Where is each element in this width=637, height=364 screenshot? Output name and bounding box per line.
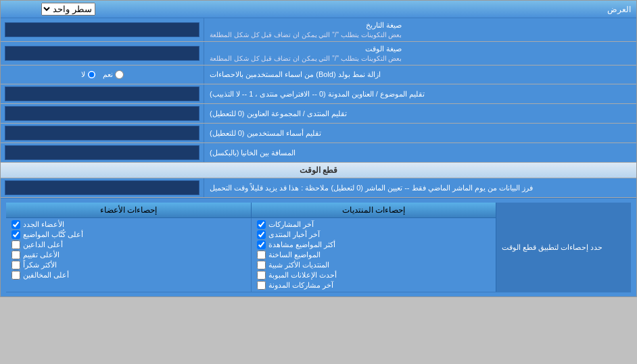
bold-no-radio[interactable] <box>87 70 96 79</box>
user-names-input-cell: 0 <box>1 124 204 142</box>
user-names-input[interactable]: 0 <box>5 126 199 140</box>
display-select[interactable]: سطر واحد <box>41 3 95 16</box>
checkbox-top-violators[interactable] <box>11 271 20 280</box>
checkbox-item: أعلى الداعين <box>11 240 245 249</box>
checkbox-item: الأعلى تقييم <box>11 251 245 259</box>
checkbox-top-rated[interactable] <box>11 251 20 259</box>
checkbox-item: الأكثر شكراً <box>11 261 245 269</box>
checkbox-most-thanked[interactable] <box>11 261 20 269</box>
forum-titles-label: تقليم المنتدى / المجموعة العناوين (0 للت… <box>204 104 636 123</box>
date-format-input[interactable]: d-m <box>5 22 199 37</box>
checkbox-item: المواضيع الساخنة <box>257 251 491 259</box>
bold-remove-radio-cell: نعم لا <box>1 66 204 84</box>
forum-titles-input-cell: 33 <box>1 104 204 123</box>
col2-checkboxes: الأعضاء الجدد أعلى كُتَّاب المواضيع أعلى… <box>6 218 251 292</box>
gap-between-input-cell: 2 <box>1 143 204 162</box>
checkbox-latest-ads[interactable] <box>257 271 266 280</box>
checkbox-blog-posts[interactable] <box>257 281 266 290</box>
cutoff-section-header: قطع الوقت <box>1 163 636 178</box>
checkbox-item: أعلى كُتَّاب المواضيع <box>11 230 245 239</box>
checkbox-top-inviters[interactable] <box>11 240 20 249</box>
checkbox-item: آخر مشاركات المدونة <box>257 281 491 290</box>
checkbox-top-posters[interactable] <box>11 230 20 239</box>
gap-between-label: المسافة بين الخانيا (بالبكسل) <box>204 143 636 162</box>
cutoff-input[interactable]: 0 <box>5 180 199 195</box>
apply-stats-label: حدد إحصاءات لتطبيق قطع الوقت <box>496 203 631 292</box>
checkbox-item: أكثر المواضيع مشاهدة <box>257 240 491 249</box>
checkbox-item: آخر المشاركات <box>257 220 491 229</box>
checkbox-item: الأعضاء الجدد <box>11 220 245 229</box>
topic-titles-input-cell: 33 <box>1 84 204 103</box>
checkbox-forum-news[interactable] <box>257 230 266 239</box>
bold-yes-radio[interactable] <box>115 70 124 79</box>
user-names-label: تقليم أسماء المستخدمين (0 للتعطيل) <box>204 124 636 142</box>
checkbox-item: أعلى المخالفين <box>11 271 245 280</box>
bottom-section: حدد إحصاءات لتطبيق قطع الوقت إحصاءات الم… <box>1 198 636 296</box>
topic-titles-label: تقليم الموضوع / العناوين المدونة (0 -- ا… <box>204 84 636 103</box>
checkbox-new-members[interactable] <box>11 220 20 229</box>
bold-remove-label: ازالة نمط بولد (Bold) من اسماء المستخدمي… <box>204 66 636 84</box>
checkbox-hot-topics[interactable] <box>257 251 266 259</box>
checkbox-most-similar[interactable] <box>257 261 266 269</box>
date-format-input-cell: d-m <box>1 18 204 41</box>
gap-between-input[interactable]: 2 <box>5 145 199 160</box>
time-format-label: صيغة الوقت بعض التكوينات يتطلب "/" التي … <box>204 42 636 65</box>
checkbox-item: آخر أخبار المنتدى <box>257 230 491 239</box>
checkbox-last-posts[interactable] <box>257 220 266 229</box>
time-format-input[interactable]: H:i <box>5 46 199 61</box>
time-format-input-cell: H:i <box>1 42 204 65</box>
col2-header: إحصاءات الأعضاء <box>6 203 251 217</box>
topic-titles-input[interactable]: 33 <box>5 86 199 101</box>
col1-header: إحصاءات المنتديات <box>251 203 496 217</box>
checkbox-item: أحدث الإعلانات المبوبة <box>257 271 491 280</box>
col1-checkboxes: آخر المشاركات آخر أخبار المنتدى أكثر الم… <box>251 218 496 292</box>
page-title: العرض <box>136 2 636 17</box>
checkbox-most-viewed[interactable] <box>257 240 266 249</box>
forum-titles-input[interactable]: 33 <box>5 106 199 121</box>
checkbox-item: المنتديات الأكثر شبية <box>257 261 491 269</box>
bold-yes-label[interactable]: نعم <box>103 70 124 79</box>
date-format-label: صيغة التاريخ بعض التكوينات يتطلب "/" الت… <box>204 18 636 41</box>
bold-no-label[interactable]: لا <box>81 70 96 79</box>
cutoff-input-cell: 0 <box>1 178 204 197</box>
cutoff-label: فرز البيانات من يوم الماشر الماضي فقط --… <box>204 178 636 197</box>
